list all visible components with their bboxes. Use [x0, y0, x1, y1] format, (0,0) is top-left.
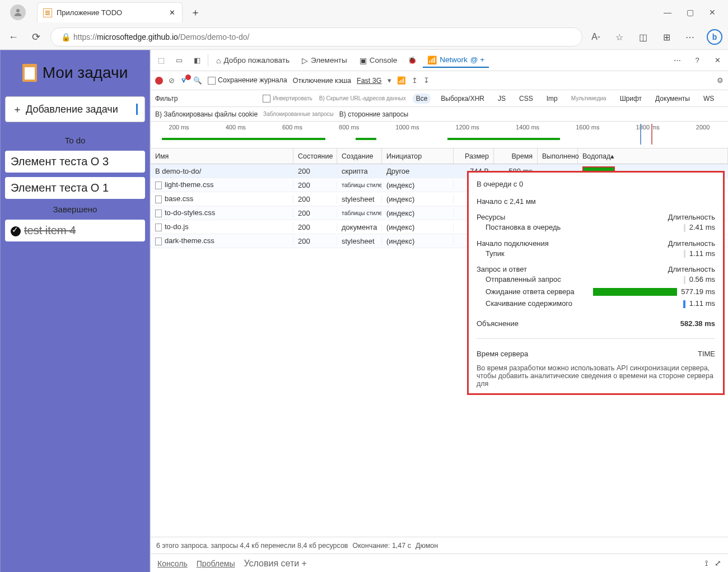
throttle-select[interactable]: Fast 3G — [357, 77, 381, 85]
plus-icon: ＋ — [12, 103, 22, 116]
network-filter-row-2: В) Заблокированы файлы cookie Заблокиров… — [151, 107, 728, 122]
url-field[interactable]: 🔒 https://microsoftedge.github.io/Demos/… — [50, 27, 582, 46]
elements-icon: ▷ — [302, 56, 308, 65]
app-header: Мои задачи — [4, 54, 146, 92]
blocked-requests[interactable]: Заблокированные запросы — [263, 111, 334, 117]
col-size[interactable]: Размер — [454, 148, 494, 164]
col-time[interactable]: Время — [494, 148, 538, 164]
timing-started: Начало с 2,41 мм — [477, 197, 536, 206]
inspect-icon[interactable]: ⬚ — [154, 53, 169, 68]
filter-all[interactable]: Все — [413, 94, 431, 104]
third-party[interactable]: В) сторонние запросы — [339, 110, 408, 118]
task-item-done[interactable]: test item 4 — [5, 220, 145, 241]
refresh-icon[interactable]: ⟳ — [28, 29, 44, 45]
chevron-down-icon[interactable]: ▾ — [388, 76, 391, 85]
wifi-icon[interactable]: 📶 — [397, 76, 406, 85]
network-timeline[interactable]: 200 ms400 ms600 ms800 ms1000 ms1200 ms14… — [151, 122, 728, 148]
sources-icon[interactable]: 🐞 — [405, 53, 419, 68]
col-status[interactable]: Состояние — [293, 148, 337, 164]
tab-console[interactable]: ▣Console — [355, 54, 402, 67]
browser-chrome: Приложение TODO ✕ ＋ ― ▢ ✕ ← ⟳ 🔒 https://… — [0, 0, 728, 50]
filter-wasm[interactable]: Был — [724, 94, 728, 104]
close-devtools-icon[interactable]: ✕ — [710, 53, 725, 68]
file-icon — [155, 210, 162, 217]
close-tab-icon[interactable]: ✕ — [167, 8, 176, 17]
favorite-icon[interactable]: ☆ — [613, 30, 626, 44]
col-initiator[interactable]: Инициатор — [382, 148, 454, 164]
record-icon[interactable] — [155, 77, 163, 85]
drawer-issues[interactable]: Проблемы — [197, 559, 235, 568]
filter-media[interactable]: Мультимедиа — [568, 94, 610, 103]
invert-checkbox[interactable]: Инвертировать — [263, 94, 312, 103]
bing-icon[interactable]: b — [707, 29, 722, 45]
file-icon — [155, 224, 162, 231]
timing-queued: В очереди с 0 — [477, 180, 523, 188]
table-header: Имя Состояние Создание Инициатор Размер … — [151, 148, 728, 164]
help-icon[interactable]: ? — [690, 53, 704, 68]
hide-data-urls[interactable]: В) Скрытие URL-адресов данных — [319, 95, 406, 101]
devtools-drawer: Консоль Проблемы Условия сети + ⟟ ⤢ — [151, 554, 728, 572]
preserve-log-checkbox[interactable]: Сохранение журнала — [208, 76, 287, 85]
settings-icon[interactable]: ⚙ — [717, 76, 724, 85]
filter-label[interactable]: Фильтр — [155, 95, 178, 103]
tab-network[interactable]: 📶Network @ + — [423, 53, 489, 68]
blocked-cookies[interactable]: В) Заблокированы файлы cookie — [155, 110, 258, 118]
cursor-icon — [136, 104, 138, 115]
more-tools-icon[interactable]: ⋯ — [670, 53, 684, 68]
filter-js[interactable]: JS — [494, 94, 509, 104]
new-tab-button[interactable]: ＋ — [187, 4, 204, 21]
filter-font[interactable]: Шрифт — [617, 94, 645, 104]
filter-img[interactable]: Imp — [543, 94, 561, 104]
back-icon[interactable]: ← — [6, 29, 21, 45]
filter-ws[interactable]: WS — [700, 94, 717, 104]
drawer-netcond[interactable]: Условия сети + — [244, 559, 306, 569]
split-icon[interactable]: ◫ — [636, 30, 650, 44]
drawer-console[interactable]: Консоль — [157, 559, 188, 568]
network-filter-row: Фильтр Инвертировать В) Скрытие URL-адре… — [151, 90, 728, 107]
tab-elements[interactable]: ▷Элементы — [297, 54, 352, 67]
collections-icon[interactable]: ⊞ — [660, 30, 673, 44]
window-controls: ― ▢ ✕ — [663, 8, 724, 17]
add-task-button[interactable]: ＋ Добавление задачи — [5, 96, 145, 122]
profile-avatar[interactable] — [10, 4, 26, 20]
filter-icon[interactable]: ⛛ — [180, 77, 188, 85]
device-icon[interactable]: ▭ — [172, 53, 186, 68]
drawer-expand-icon[interactable]: ⤢ — [715, 559, 721, 568]
browser-tab[interactable]: Приложение TODO ✕ — [37, 2, 183, 22]
titlebar: Приложение TODO ✕ ＋ ― ▢ ✕ — [0, 0, 728, 25]
filter-css[interactable]: CSS — [516, 94, 536, 104]
upload-icon[interactable]: ↥ — [412, 76, 418, 85]
tab-welcome[interactable]: ⌂Добро пожаловать — [212, 54, 294, 67]
app-title: Мои задачи — [43, 64, 128, 82]
task-item[interactable]: Элемент теста О 1 — [5, 177, 145, 199]
network-icon: 📶 — [427, 55, 437, 64]
col-done[interactable]: Выполнено — [538, 148, 578, 164]
col-type[interactable]: Создание — [337, 148, 382, 164]
devtools-tabs: ⬚ ▭ ◧ ⌂Добро пожаловать ▷Элементы ▣Conso… — [151, 50, 728, 71]
drawer-icon[interactable]: ⟟ — [705, 559, 708, 568]
search-icon[interactable]: 🔍 — [193, 76, 202, 85]
console-icon: ▣ — [360, 56, 367, 65]
read-aloud-icon[interactable]: A» — [589, 30, 603, 44]
file-icon — [155, 182, 162, 189]
home-icon: ⌂ — [216, 56, 221, 65]
page-icon — [43, 8, 52, 17]
maximize-icon[interactable]: ▢ — [685, 8, 694, 17]
disable-cache-label[interactable]: Отключение кэша — [293, 77, 351, 85]
dock-icon[interactable]: ◧ — [190, 53, 204, 68]
col-waterfall[interactable]: Водопад ▴ — [578, 148, 728, 164]
site-info-icon[interactable]: 🔒 — [58, 29, 73, 45]
download-icon[interactable]: ↧ — [423, 76, 430, 85]
filter-doc[interactable]: Документы — [652, 94, 693, 104]
task-item[interactable]: Элемент теста О 3 — [5, 151, 145, 173]
more-icon[interactable]: ⋯ — [683, 30, 697, 44]
filter-xhr[interactable]: Выборка/XHR — [437, 94, 488, 104]
clear-icon[interactable]: ⊘ — [169, 76, 175, 85]
clipboard-icon — [22, 64, 37, 82]
address-bar: ← ⟳ 🔒 https://microsoftedge.github.io/De… — [0, 25, 728, 49]
check-icon — [11, 226, 21, 236]
minimize-icon[interactable]: ― — [663, 8, 672, 17]
close-icon[interactable]: ✕ — [708, 8, 717, 17]
col-name[interactable]: Имя — [151, 148, 293, 164]
todo-app: Мои задачи ＋ Добавление задачи To do Эле… — [0, 50, 150, 572]
